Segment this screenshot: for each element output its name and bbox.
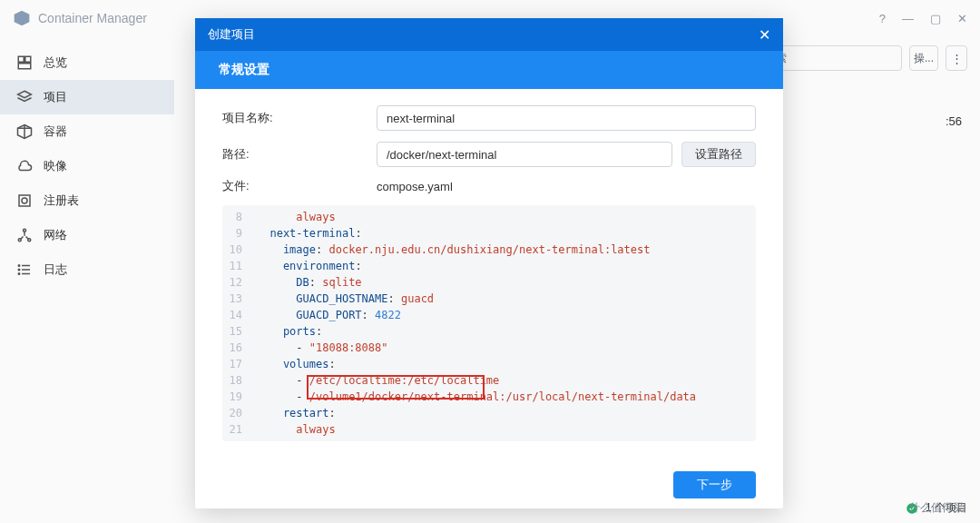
code-line: 16 - "18088:8088": [222, 340, 756, 356]
project-name-input[interactable]: [377, 105, 756, 131]
code-line: 10 image: docker.nju.edu.cn/dushixiang/n…: [222, 242, 756, 258]
modal-footer: 下一步: [195, 461, 783, 508]
modal-title: 创建项目: [208, 26, 255, 43]
code-line: 19 - /volume1/docker/next-terminal:/usr/…: [222, 389, 756, 405]
code-line: 14 GUACD_PORT: 4822: [222, 307, 756, 323]
modal-section-title: 常规设置: [195, 51, 783, 89]
code-line: 13 GUACD_HOSTNAME: guacd: [222, 291, 756, 307]
file-name: compose.yaml: [377, 180, 453, 193]
code-line: 20 restart:: [222, 405, 756, 421]
code-line: 12 DB: sqlite: [222, 274, 756, 291]
next-button[interactable]: 下一步: [673, 471, 756, 498]
code-line: 9 next-terminal:: [222, 225, 756, 242]
code-line: 21 always: [222, 421, 756, 438]
modal-header: 创建项目 ✕: [195, 18, 783, 51]
label-file: 文件:: [222, 178, 377, 194]
code-line: 15 ports:: [222, 323, 756, 340]
label-project-name: 项目名称:: [222, 110, 377, 126]
path-input[interactable]: [377, 142, 672, 167]
code-line: 18 - /etc/localtime:/etc/localtime: [222, 372, 756, 389]
label-path: 路径:: [222, 146, 377, 163]
code-line: 11 environment:: [222, 258, 756, 274]
watermark: 什么值得买: [909, 500, 964, 516]
code-line: 8 always: [222, 209, 756, 225]
code-line: 17 volumes:: [222, 356, 756, 372]
compose-editor[interactable]: 8 always9 next-terminal:10 image: docker…: [222, 205, 756, 441]
modal-body: 项目名称: 路径: 设置路径 文件: compose.yaml 8 always…: [195, 89, 783, 461]
create-project-modal: 创建项目 ✕ 常规设置 项目名称: 路径: 设置路径 文件: compose.y…: [195, 18, 783, 508]
modal-close-icon[interactable]: ✕: [759, 26, 770, 44]
set-path-button[interactable]: 设置路径: [681, 142, 756, 167]
